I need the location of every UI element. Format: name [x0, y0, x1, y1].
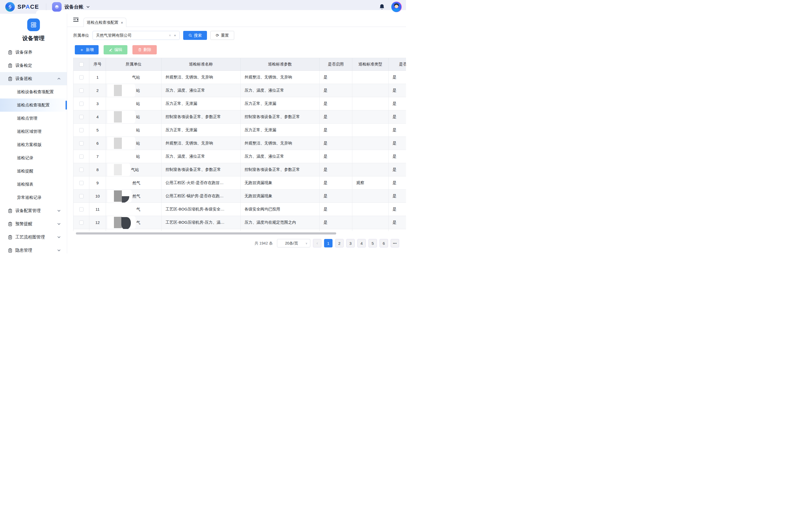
cell-no: 7	[89, 150, 106, 163]
unit-text: 站	[136, 154, 140, 159]
unit-text: 然气	[133, 180, 140, 185]
sidebar-item-预警提醒[interactable]: 预警提醒	[0, 217, 67, 230]
sidebar-subitem-巡检报表[interactable]: 巡检报表	[0, 178, 67, 191]
topbar-notch	[36, 10, 406, 14]
table-row: 10然气公用工程区-锅炉房-是否存在跑…无跑冒滴漏现象是是	[73, 189, 406, 203]
page-button-3[interactable]: 3	[346, 239, 355, 247]
sidebar-subitem-巡检点管理[interactable]: 巡检点管理	[0, 112, 67, 125]
row-checkbox[interactable]	[79, 155, 84, 159]
sidebar-item-设备巡检[interactable]: 设备巡检	[0, 72, 67, 85]
row-checkbox[interactable]	[79, 141, 84, 146]
column-header: 巡检标准类型	[352, 58, 389, 71]
sidebar-item-设备配置管理[interactable]: 设备配置管理	[0, 204, 67, 217]
edit-button[interactable]: 编辑	[104, 45, 128, 54]
sidebar-subitem-巡检区域管理[interactable]: 巡检区域管理	[0, 125, 67, 138]
horizontal-scrollbar	[73, 232, 406, 235]
cell-unit: 站	[106, 124, 161, 137]
page-button-6[interactable]: 6	[379, 239, 388, 247]
page-button-4[interactable]: 4	[357, 239, 366, 247]
space-logo-icon	[5, 2, 15, 12]
more-pages-button[interactable]: •••	[391, 239, 399, 247]
cell-standard-type	[352, 150, 389, 163]
redaction-blob	[107, 97, 135, 110]
cell-required: 是	[389, 163, 406, 176]
filter-row: 所属单位 天然气管网有限公司 × ▼ 搜索 ⟳ 重置	[73, 31, 406, 40]
sidebar-item-label: 巡检点检查项配置	[17, 103, 50, 108]
sidebar-subitem-巡检方案模版[interactable]: 巡检方案模版	[0, 138, 67, 151]
sidebar-subitem-异常巡检记录[interactable]: 异常巡检记录	[0, 191, 67, 204]
notifications-bell-icon[interactable]	[379, 4, 385, 10]
sidebar-item-label: 设备巡检	[15, 76, 32, 81]
row-checkbox[interactable]	[79, 75, 84, 79]
add-button[interactable]: ＋ 新增	[75, 45, 99, 54]
row-checkbox[interactable]	[79, 194, 84, 198]
sidebar-subitem-巡检提醒[interactable]: 巡检提醒	[0, 165, 67, 178]
cell-unit: 气	[106, 216, 161, 229]
cell-standard-name: 外观整洁、无锈蚀、无异响	[161, 71, 241, 84]
sidebar-subitem-巡检点检查项配置[interactable]: 巡检点检查项配置	[0, 99, 67, 112]
cell-standard-param: 无跑冒滴漏现象	[241, 176, 319, 189]
sidebar-collapse-icon[interactable]	[73, 17, 79, 23]
tab-close-icon[interactable]: ×	[121, 20, 123, 25]
clipboard-icon	[8, 209, 12, 213]
clear-icon[interactable]: ×	[169, 33, 171, 38]
table-row: 1气站外观整洁、无锈蚀、无异响外观整洁、无锈蚀、无异响是是	[73, 71, 406, 84]
unit-select[interactable]: 天然气管网有限公司 × ▼	[93, 31, 180, 40]
total-count: 共 1942 条	[255, 241, 273, 246]
unit-text: 站	[136, 88, 140, 93]
cell-required: 是	[389, 189, 406, 203]
row-checkbox[interactable]	[79, 221, 84, 225]
equipment-module-icon	[27, 18, 40, 31]
row-checkbox-cell	[73, 71, 89, 84]
cell-no: 12	[89, 216, 106, 229]
sidebar-item-label: 异常巡检记录	[17, 195, 42, 201]
cell-standard-name: 公用工程区-锅炉房-是否存在跑…	[161, 189, 241, 203]
select-caret-icon[interactable]: ▼	[174, 34, 176, 37]
sidebar-item-label: 设备配置管理	[15, 208, 41, 214]
app-switcher[interactable]: 设备台账	[52, 2, 90, 12]
sidebar-item-label: 巡检提醒	[17, 168, 33, 174]
redaction-blob	[114, 217, 122, 228]
reset-button[interactable]: ⟳ 重置	[210, 31, 234, 40]
user-avatar[interactable]	[391, 2, 402, 12]
sidebar-item-设备保养[interactable]: 设备保养	[0, 46, 67, 59]
page-button-2[interactable]: 2	[335, 239, 344, 247]
page-button-1[interactable]: 1	[324, 239, 333, 247]
cell-unit: 站	[106, 84, 161, 97]
delete-button[interactable]: 删除	[133, 45, 157, 54]
row-checkbox-cell	[73, 176, 89, 189]
page-button-5[interactable]: 5	[368, 239, 377, 247]
sidebar-brand: 设备管理	[0, 14, 67, 42]
horizontal-scrollbar-thumb[interactable]	[76, 232, 336, 234]
sidebar-item-label: 巡检记录	[17, 155, 33, 161]
cell-enabled: 是	[319, 163, 352, 176]
chevron-down-icon	[57, 249, 60, 251]
search-button[interactable]: 搜索	[183, 31, 207, 40]
row-checkbox[interactable]	[79, 102, 84, 106]
row-checkbox[interactable]	[79, 207, 84, 212]
partial-row	[73, 229, 406, 231]
cell-standard-name: 工艺区-BOG压缩机房-压力、温…	[161, 216, 241, 229]
row-checkbox[interactable]	[79, 115, 84, 119]
cell-standard-name: 压力、温度、液位正常	[161, 150, 241, 163]
cell-required: 是	[389, 124, 406, 137]
sidebar-item-设备检定[interactable]: 设备检定	[0, 59, 67, 72]
row-checkbox[interactable]	[79, 128, 84, 132]
sidebar-subitem-巡检记录[interactable]: 巡检记录	[0, 151, 67, 165]
prev-page-button[interactable]: ‹	[313, 239, 321, 247]
sidebar-item-工艺流程图管理[interactable]: 工艺流程图管理	[0, 230, 67, 244]
cell-unit: 站	[106, 97, 161, 110]
sidebar-subitem-巡检设备检查项配置[interactable]: 巡检设备检查项配置	[0, 85, 67, 99]
page-size-select[interactable]: 20条/页 ∨	[277, 239, 310, 247]
redaction-blob	[121, 217, 131, 229]
select-all-checkbox[interactable]	[79, 62, 84, 66]
row-checkbox[interactable]	[79, 181, 84, 185]
search-icon	[189, 34, 192, 37]
sidebar-item-隐患管理[interactable]: 隐患管理	[0, 244, 67, 253]
tab-inspection-point-config[interactable]: 巡检点检查项配置 ×	[84, 18, 126, 27]
cell-unit: 然气	[106, 189, 161, 203]
unit-text: 站	[136, 114, 140, 119]
row-checkbox[interactable]	[79, 89, 84, 93]
cell-standard-type	[352, 137, 389, 150]
row-checkbox[interactable]	[79, 168, 84, 172]
